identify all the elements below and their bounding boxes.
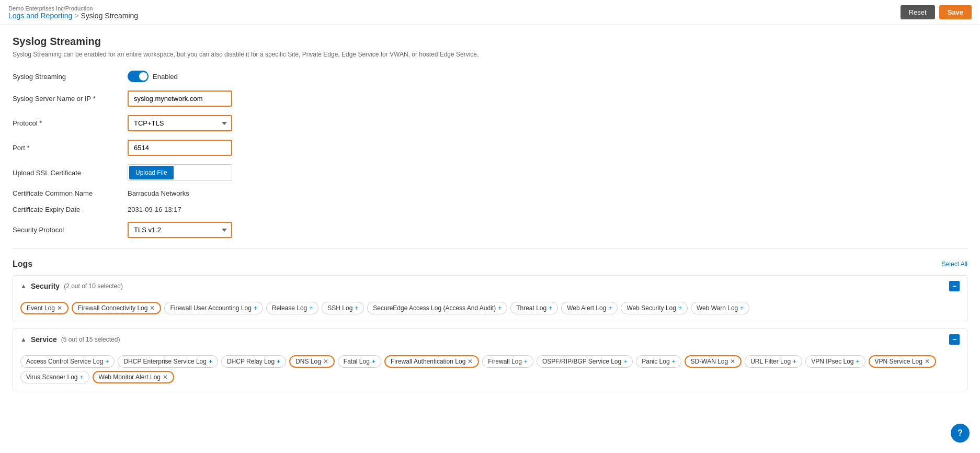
chevron-icon-security: ▲ [20, 282, 27, 290]
tag-add-icon[interactable]: + [678, 304, 682, 312]
log-tag[interactable]: Release Log+ [266, 302, 318, 314]
tag-add-icon[interactable]: + [672, 358, 676, 365]
port-row: Port * [13, 140, 967, 156]
toggle-slider [128, 71, 149, 82]
tag-label: Virus Scanner Log [26, 373, 78, 381]
tag-add-icon[interactable]: + [524, 358, 528, 365]
log-group-name-security: Security [31, 282, 60, 290]
log-tag[interactable]: Web Security Log+ [621, 302, 688, 314]
log-tag[interactable]: Firewall Connectivity Log✕ [72, 302, 161, 314]
log-tag[interactable]: Firewall User Accounting Log+ [164, 302, 263, 314]
log-group-collapse-btn-service[interactable]: − [949, 334, 960, 345]
tag-label: SecureEdge Access Log (Access And Audit) [373, 304, 496, 312]
log-group-header-security[interactable]: ▲ Security (2 out of 10 selected) − [13, 276, 967, 297]
tag-label: Web Warn Log [697, 304, 738, 312]
server-input[interactable] [128, 90, 232, 107]
log-tag[interactable]: SD-WAN Log✕ [685, 355, 742, 368]
log-tag[interactable]: URL Filter Log+ [745, 355, 802, 368]
cert-expiry-value: 2031-09-16 13:17 [128, 206, 181, 213]
tag-remove-icon[interactable]: ✕ [57, 304, 62, 312]
log-tag[interactable]: Web Warn Log+ [691, 302, 749, 314]
tag-add-icon[interactable]: + [608, 304, 612, 312]
tag-add-icon[interactable]: + [623, 358, 627, 365]
tag-add-icon[interactable]: + [277, 358, 280, 365]
log-groups-container: ▲ Security (2 out of 10 selected) − Even… [13, 275, 967, 391]
tag-remove-icon[interactable]: ✕ [730, 358, 735, 365]
cert-name-label: Certificate Common Name [13, 189, 128, 197]
log-tag[interactable]: DNS Log✕ [289, 355, 335, 368]
log-tag[interactable]: Firewall Log+ [482, 355, 533, 368]
upload-file-button[interactable]: Upload File [129, 166, 174, 179]
tag-add-icon[interactable]: + [372, 358, 375, 365]
tag-add-icon[interactable]: + [498, 304, 502, 312]
log-tag[interactable]: Panic Log+ [636, 355, 681, 368]
select-all-link[interactable]: Select All [942, 261, 967, 268]
tag-label: OSPF/RIP/BGP Service Log [542, 358, 621, 365]
log-tag[interactable]: SecureEdge Access Log (Access And Audit)… [367, 302, 507, 314]
toggle-label: Enabled [153, 73, 178, 81]
security-protocol-select[interactable]: TLS v1.2 TLS v1.0 TLS v1.1 TLS v1.3 [128, 222, 232, 238]
breadcrumb: Logs and Reporting > Syslog Streaming [8, 12, 138, 20]
breadcrumb-current: Syslog Streaming [81, 12, 138, 20]
log-tag[interactable]: Fatal Log+ [338, 355, 381, 368]
page-title: Syslog Streaming [13, 36, 967, 48]
cert-name-value: Barracuda Networks [128, 189, 189, 197]
page-description: Syslog Streaming can be enabled for an e… [13, 51, 967, 58]
log-tag[interactable]: DHCP Enterprise Service Log+ [118, 355, 218, 368]
tag-remove-icon[interactable]: ✕ [925, 358, 930, 365]
tag-remove-icon[interactable]: ✕ [163, 373, 168, 381]
log-tag[interactable]: Firewall Authentication Log✕ [384, 355, 479, 368]
log-tag[interactable]: Threat Log+ [510, 302, 558, 314]
cert-name-row: Certificate Common Name Barracuda Networ… [13, 189, 967, 197]
log-group-name-service: Service [31, 335, 57, 344]
tag-add-icon[interactable]: + [309, 304, 313, 312]
breadcrumb-parent[interactable]: Logs and Reporting [8, 12, 72, 20]
protocol-label: Protocol * [13, 119, 128, 127]
tag-add-icon[interactable]: + [740, 304, 744, 312]
log-tag[interactable]: Web Alert Log+ [561, 302, 618, 314]
log-tag[interactable]: VPN Service Log✕ [869, 355, 936, 368]
port-label: Port * [13, 144, 128, 152]
help-button[interactable]: ? [951, 424, 970, 443]
log-tag[interactable]: Web Monitor Alert Log✕ [93, 371, 175, 383]
tag-add-icon[interactable]: + [254, 304, 257, 312]
log-tag[interactable]: Virus Scanner Log+ [20, 371, 89, 383]
reset-button[interactable]: Reset [901, 5, 935, 19]
tag-add-icon[interactable]: + [793, 358, 796, 365]
form-section: Syslog Streaming Enabled Syslog Server N… [13, 71, 967, 238]
log-tag[interactable]: VPN IPsec Log+ [805, 355, 865, 368]
tag-add-icon[interactable]: + [105, 358, 109, 365]
toggle-wrapper: Enabled [128, 71, 178, 82]
protocol-select[interactable]: TCP+TLS UDP TCP [128, 115, 232, 131]
cert-expiry-row: Certificate Expiry Date 2031-09-16 13:17 [13, 206, 967, 213]
log-group-count-security: (2 out of 10 selected) [64, 282, 123, 290]
tag-remove-icon[interactable]: ✕ [150, 304, 155, 312]
port-input[interactable] [128, 140, 232, 156]
log-group-security: ▲ Security (2 out of 10 selected) − Even… [13, 275, 967, 322]
main-content: Syslog Streaming Syslog Streaming can be… [0, 25, 980, 453]
cert-expiry-label: Certificate Expiry Date [13, 206, 128, 213]
tag-add-icon[interactable]: + [209, 358, 212, 365]
log-tag[interactable]: OSPF/RIP/BGP Service Log+ [537, 355, 633, 368]
tag-add-icon[interactable]: + [80, 373, 84, 381]
log-group-collapse-btn-security[interactable]: − [949, 281, 960, 291]
log-group-header-service[interactable]: ▲ Service (5 out of 15 selected) − [13, 329, 967, 350]
tag-add-icon[interactable]: + [856, 358, 860, 365]
tag-remove-icon[interactable]: ✕ [323, 358, 328, 365]
syslog-toggle[interactable] [128, 71, 149, 82]
tag-add-icon[interactable]: + [549, 304, 552, 312]
save-button[interactable]: Save [939, 5, 972, 19]
log-tag[interactable]: Event Log✕ [20, 302, 69, 314]
log-tags-security: Event Log✕Firewall Connectivity Log✕Fire… [13, 297, 967, 322]
tag-label: Firewall Log [488, 358, 522, 365]
tag-remove-icon[interactable]: ✕ [468, 358, 473, 365]
log-tag[interactable]: Access Control Service Log+ [20, 355, 115, 368]
log-tag[interactable]: DHCP Relay Log+ [221, 355, 286, 368]
upload-area: Upload File [128, 164, 232, 181]
tag-label: Web Alert Log [567, 304, 606, 312]
log-tag[interactable]: SSH Log+ [322, 302, 364, 314]
syslog-streaming-label: Syslog Streaming [13, 73, 128, 81]
tag-add-icon[interactable]: + [355, 304, 358, 312]
tag-label: SSH Log [327, 304, 352, 312]
logs-section: Logs Select All ▲ Security (2 out of 10 … [13, 259, 967, 391]
